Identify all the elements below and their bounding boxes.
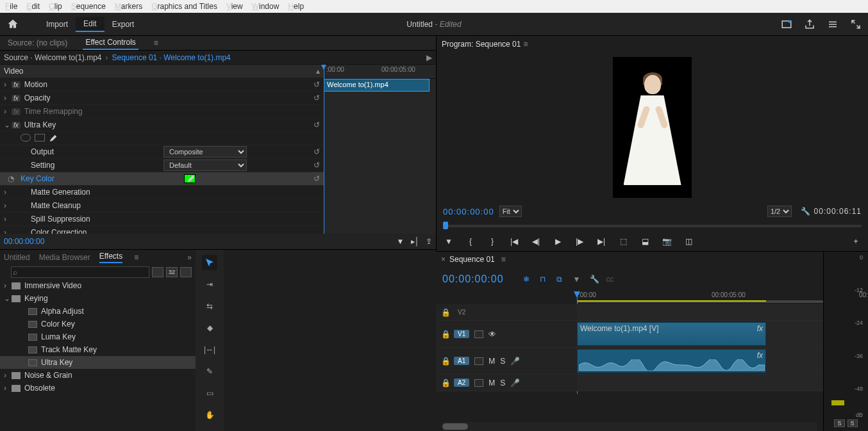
effect-luma-key[interactable]: Luma Key xyxy=(0,330,196,343)
reset-icon[interactable]: ↺ xyxy=(313,161,320,170)
track-label[interactable]: V1 xyxy=(454,330,469,338)
captions-icon[interactable]: cc xyxy=(606,275,617,284)
tab-export[interactable]: Export xyxy=(104,17,142,31)
panel-menu-icon[interactable] xyxy=(827,19,839,30)
fx-badge-32bit[interactable]: 32 xyxy=(166,267,178,277)
selection-tool[interactable] xyxy=(202,255,217,270)
rectangle-tool[interactable]: ▭ xyxy=(202,386,217,401)
lift-icon[interactable]: ⬚ xyxy=(617,237,629,246)
settings-icon[interactable]: 🔧 xyxy=(801,207,811,216)
fullscreen-icon[interactable] xyxy=(850,19,862,30)
fx-badge-yuv[interactable] xyxy=(180,267,192,277)
output-select[interactable]: Composite xyxy=(163,146,247,158)
ec-clip-bar[interactable]: Welcome to(1).mp4 xyxy=(324,79,430,92)
marker-icon[interactable]: ▼ xyxy=(573,275,583,284)
solo-right-button[interactable]: S xyxy=(847,419,858,427)
voiceover-icon[interactable]: 🎤 xyxy=(510,357,520,366)
settings-icon[interactable]: 🔧 xyxy=(590,275,600,284)
compare-icon[interactable]: ◫ xyxy=(683,237,694,246)
add-marker-icon[interactable]: ▼ xyxy=(443,237,455,246)
menu-file[interactable]: File xyxy=(5,2,17,11)
mute-button[interactable]: M xyxy=(488,378,495,387)
menu-graphics[interactable]: Graphics and Titles xyxy=(151,2,217,11)
audio-clip[interactable]: fx xyxy=(577,349,766,373)
linked-selection-icon[interactable]: ⧉ xyxy=(556,275,567,284)
panel-burger-icon[interactable]: ≡ xyxy=(523,40,528,49)
reset-icon[interactable]: ↺ xyxy=(313,94,320,102)
slip-tool[interactable]: |↔| xyxy=(202,342,217,357)
eye-icon[interactable]: 👁 xyxy=(488,330,496,339)
tab-media-browser[interactable]: Media Browser xyxy=(39,253,90,262)
panel-burger-icon[interactable]: ≡ xyxy=(501,255,506,264)
step-fwd-icon[interactable]: |▶ xyxy=(574,237,585,246)
reset-icon[interactable]: ↺ xyxy=(313,174,320,183)
solo-button[interactable]: S xyxy=(500,357,505,366)
voiceover-icon[interactable]: 🎤 xyxy=(510,378,520,387)
folder-obsolete[interactable]: ›Obsolete xyxy=(0,382,196,394)
home-icon[interactable] xyxy=(6,18,19,31)
share-icon[interactable] xyxy=(804,19,815,30)
effect-track-matte-key[interactable]: Track Matte Key xyxy=(0,343,196,356)
tab-project[interactable]: Untitled xyxy=(4,253,30,262)
scrub-playhead[interactable] xyxy=(443,222,448,229)
reset-icon[interactable]: ↺ xyxy=(313,80,320,89)
ec-matte-cleanup[interactable]: ›Matte Cleanup xyxy=(0,199,324,213)
ec-breadcrumb-sequence[interactable]: Sequence 01 · Welcome to(1).mp4 xyxy=(112,53,231,62)
play-icon[interactable]: ▶ xyxy=(426,53,432,62)
play-icon[interactable]: ▶ xyxy=(552,237,563,246)
button-editor-icon[interactable]: + xyxy=(850,237,862,246)
lock-icon[interactable]: 🔒 xyxy=(441,330,449,339)
track-label[interactable]: A2 xyxy=(454,378,469,387)
reset-icon[interactable]: ↺ xyxy=(313,120,320,129)
pen-mask-icon[interactable] xyxy=(49,134,58,143)
ec-setting[interactable]: Setting Default ↺ xyxy=(0,159,324,172)
solo-left-button[interactable]: S xyxy=(834,419,844,427)
folder-keying[interactable]: ⌄Keying xyxy=(0,292,196,305)
pen-tool[interactable]: ✎ xyxy=(202,364,217,379)
ec-ultra-key[interactable]: ⌄fxUltra Key↺ xyxy=(0,118,324,132)
magnet-icon[interactable]: ⊓ xyxy=(540,275,550,284)
workspace-icon[interactable] xyxy=(781,19,792,30)
ec-output[interactable]: Output Composite ↺ xyxy=(0,145,324,159)
tab-source[interactable]: Source: (no clips) xyxy=(5,37,70,49)
razor-tool[interactable]: ◆ xyxy=(202,320,217,336)
zoom-fit-select[interactable]: Fit xyxy=(499,206,522,217)
ec-timecode[interactable]: 00:00:00:00 xyxy=(4,237,44,246)
tab-effect-controls[interactable]: Effect Controls xyxy=(83,36,138,50)
export-frame-icon[interactable]: 📷 xyxy=(661,237,672,246)
program-monitor[interactable] xyxy=(437,53,868,202)
export-frame-icon[interactable]: ⇪ xyxy=(426,237,432,246)
ec-color-correction[interactable]: ›Color Correction xyxy=(0,226,324,234)
effect-ultra-key[interactable]: Ultra Key xyxy=(0,356,196,369)
ec-matte-generation[interactable]: ›Matte Generation xyxy=(0,186,324,199)
menu-edit[interactable]: Edit xyxy=(26,2,40,11)
reset-icon[interactable]: ↺ xyxy=(313,147,320,156)
effect-alpha-adjust[interactable]: Alpha Adjust xyxy=(0,305,196,318)
resolution-select[interactable]: 1/2 xyxy=(767,206,792,217)
goto-in-icon[interactable]: |◀ xyxy=(508,237,520,246)
mark-in-icon[interactable]: { xyxy=(465,237,476,246)
stopwatch-icon[interactable]: ◔ xyxy=(8,174,14,183)
ec-playhead[interactable] xyxy=(324,65,324,234)
ec-time-remapping[interactable]: ›fxTime Remapping xyxy=(0,105,324,118)
menu-markers[interactable]: Markers xyxy=(115,2,142,11)
ec-opacity[interactable]: ›fxOpacity↺ xyxy=(0,92,324,105)
solo-button[interactable]: S xyxy=(500,378,505,387)
snap-icon[interactable]: ❄ xyxy=(523,275,533,284)
tab-effects[interactable]: Effects xyxy=(99,252,122,263)
step-back-icon[interactable]: ◀| xyxy=(530,237,542,246)
tab-sequence[interactable]: Sequence 01 xyxy=(449,255,495,264)
overflow-icon[interactable]: » xyxy=(187,253,192,262)
ec-mini-timeline[interactable]: :00:00 00:00:05:00 Welcome to(1).mp4 xyxy=(324,65,436,234)
timeline-zoom-scroll[interactable] xyxy=(442,422,817,431)
lock-icon[interactable]: 🔒 xyxy=(441,357,449,366)
close-sequence-icon[interactable]: × xyxy=(441,255,446,264)
track-label[interactable]: V2 xyxy=(454,308,469,316)
goto-out-icon[interactable]: ▶| xyxy=(596,237,607,246)
program-scrubber[interactable] xyxy=(437,220,868,232)
ripple-tool[interactable]: ⇆ xyxy=(202,298,217,314)
panel-burger-icon[interactable]: ≡ xyxy=(154,38,158,47)
setting-select[interactable]: Default xyxy=(163,159,247,171)
track-label[interactable]: A1 xyxy=(454,357,469,365)
menu-view[interactable]: View xyxy=(226,2,243,11)
